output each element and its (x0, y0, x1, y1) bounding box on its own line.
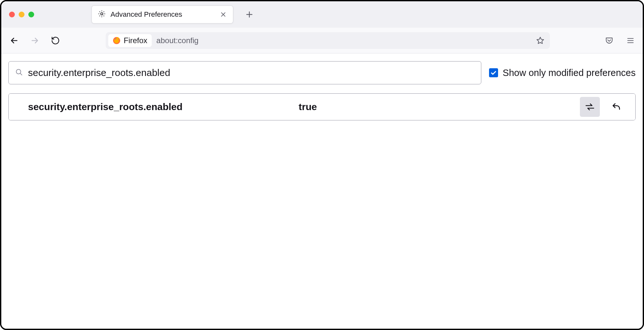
search-icon (15, 68, 23, 77)
reload-button[interactable] (50, 35, 61, 46)
back-button[interactable] (8, 35, 20, 46)
search-row: Show only modified preferences (8, 61, 636, 84)
maximize-window-button[interactable] (28, 12, 34, 17)
bookmark-star-button[interactable] (535, 35, 545, 46)
close-tab-button[interactable] (219, 11, 227, 18)
toolbar-end (604, 35, 636, 46)
preference-search-input[interactable] (28, 67, 475, 78)
identity-label: Firefox (124, 36, 147, 45)
preferences-table: security.enterprise_roots.enabled true (8, 93, 636, 120)
reset-button[interactable] (606, 97, 626, 117)
window-controls (9, 12, 34, 17)
preference-name: security.enterprise_roots.enabled (28, 101, 299, 112)
pocket-button[interactable] (604, 35, 614, 46)
show-modified-only-toggle[interactable]: Show only modified preferences (489, 68, 636, 78)
toolbar: Firefox about:config (1, 28, 643, 53)
toggle-button[interactable] (580, 97, 600, 117)
minimize-window-button[interactable] (19, 12, 24, 17)
forward-button[interactable] (29, 35, 41, 46)
search-box (8, 61, 481, 84)
browser-tab[interactable]: Advanced Preferences (91, 5, 233, 24)
about-config-content: Show only modified preferences security.… (1, 53, 643, 329)
new-tab-button[interactable] (242, 7, 256, 22)
menu-button[interactable] (625, 35, 636, 46)
firefox-logo-icon (113, 37, 120, 44)
tab-title: Advanced Preferences (111, 10, 215, 19)
svg-point-0 (101, 13, 103, 15)
preference-value: true (299, 101, 580, 112)
gear-icon (98, 10, 106, 19)
url-text: about:config (156, 36, 531, 45)
tab-bar: Advanced Preferences (1, 1, 643, 28)
checkbox-checked-icon (489, 68, 498, 77)
preference-actions (580, 97, 626, 117)
browser-window: Advanced Preferences (0, 0, 644, 330)
url-bar[interactable]: Firefox about:config (106, 32, 550, 49)
identity-box[interactable]: Firefox (108, 34, 152, 47)
close-window-button[interactable] (9, 12, 15, 17)
preference-row[interactable]: security.enterprise_roots.enabled true (9, 94, 635, 120)
filter-label: Show only modified preferences (503, 68, 636, 78)
